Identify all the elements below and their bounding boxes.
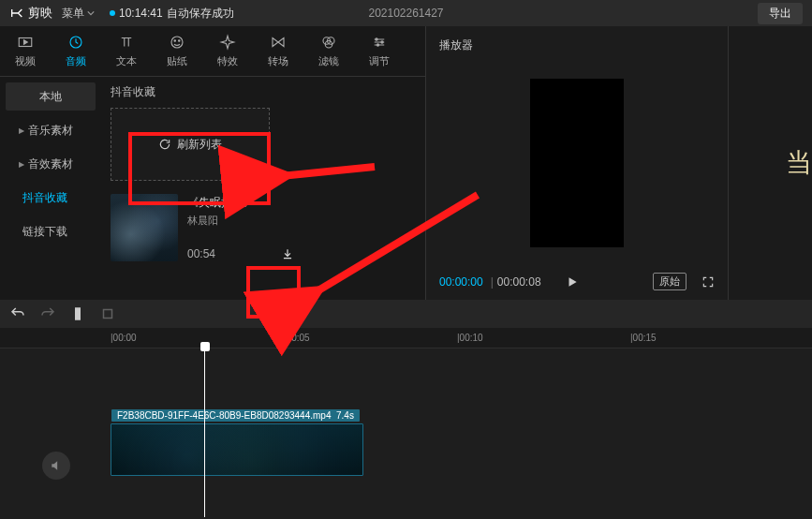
transition-icon bbox=[270, 34, 287, 51]
aspect-ratio-button[interactable]: 原始 bbox=[653, 273, 687, 290]
tab-filter[interactable]: 滤镜 bbox=[303, 34, 354, 68]
redo-icon bbox=[39, 305, 56, 322]
triangle-right-icon: ▶ bbox=[19, 126, 24, 135]
speaker-icon bbox=[50, 459, 63, 472]
category-tabs: 视频 音频 文本 贴纸 特效 bbox=[0, 26, 425, 77]
download-icon[interactable] bbox=[281, 247, 294, 260]
track-artist: 林晨阳 bbox=[187, 214, 294, 228]
triangle-right-icon: ▶ bbox=[19, 160, 24, 169]
media-panel: 视频 音频 文本 贴纸 特效 bbox=[0, 26, 426, 300]
top-bar: 剪映 菜单 10:14:41 自动保存成功 202102261427 导出 bbox=[0, 0, 812, 26]
export-button[interactable]: 导出 bbox=[758, 3, 803, 24]
track-header bbox=[19, 348, 94, 517]
audio-cover bbox=[111, 194, 178, 261]
refresh-list-button[interactable]: 刷新列表 bbox=[111, 108, 270, 181]
timeline-ruler[interactable]: |00:00 |00:05 |00:10 |00:15 bbox=[0, 328, 812, 348]
app-logo: 剪映 bbox=[9, 5, 52, 22]
play-icon[interactable] bbox=[566, 275, 579, 289]
svg-rect-15 bbox=[104, 310, 112, 319]
svg-point-4 bbox=[179, 40, 181, 42]
adjust-icon bbox=[371, 34, 388, 51]
menu-dropdown[interactable]: 菜单 bbox=[62, 6, 95, 22]
ruler-mark: |00:05 bbox=[284, 333, 310, 343]
mute-button[interactable] bbox=[42, 452, 70, 480]
svg-point-10 bbox=[376, 44, 378, 46]
status-dot-icon bbox=[110, 10, 115, 16]
sub-item-music[interactable]: ▶音乐素材 bbox=[6, 116, 96, 144]
refresh-icon bbox=[158, 138, 171, 151]
tab-audio[interactable]: 音频 bbox=[51, 34, 101, 68]
sub-item-link-download[interactable]: 链接下载 bbox=[6, 217, 96, 245]
autosave-status: 10:14:41 自动保存成功 bbox=[110, 6, 234, 22]
tab-sticker[interactable]: 贴纸 bbox=[152, 34, 202, 68]
svg-point-8 bbox=[376, 38, 377, 40]
player-panel: 播放器 00:00:00 | 00:00:08 原始 bbox=[426, 26, 728, 300]
undo-icon[interactable] bbox=[9, 305, 26, 322]
side-char: 当 bbox=[786, 145, 812, 181]
svg-point-9 bbox=[381, 41, 383, 43]
svg-rect-14 bbox=[79, 308, 81, 319]
effect-icon bbox=[219, 34, 236, 51]
timecode-total: 00:00:08 bbox=[497, 275, 541, 289]
player-viewport[interactable] bbox=[439, 59, 715, 267]
ruler-mark: |00:10 bbox=[457, 333, 483, 343]
split-icon[interactable] bbox=[69, 305, 86, 322]
logo-icon bbox=[9, 6, 24, 21]
timecode-current: 00:00:00 bbox=[439, 275, 483, 289]
clip-label: F2B38CBD-91FF-4E6C-80B9-EB8D08293444.mp4… bbox=[111, 409, 360, 422]
ruler-mark: |00:00 bbox=[111, 333, 137, 343]
timeline-panel: |00:00 |00:05 |00:10 |00:15 F2B38CBD-91F… bbox=[0, 300, 812, 519]
tab-text[interactable]: 文本 bbox=[101, 34, 152, 68]
content-area: 抖音收藏 刷新列表 《失眠播报》 林晨阳 00:54 bbox=[101, 77, 425, 300]
project-name: 202102261427 bbox=[368, 7, 443, 20]
sub-item-douyin-fav[interactable]: 抖音收藏 bbox=[6, 184, 96, 212]
ruler-mark: |00:15 bbox=[630, 333, 657, 343]
sticker-icon bbox=[169, 34, 185, 51]
tab-video[interactable]: 视频 bbox=[0, 34, 51, 68]
section-title: 抖音收藏 bbox=[111, 84, 414, 100]
app-name: 剪映 bbox=[28, 5, 52, 22]
right-side-panel: 当 bbox=[728, 26, 812, 300]
player-title: 播放器 bbox=[439, 37, 715, 53]
playhead[interactable] bbox=[204, 348, 205, 517]
sub-item-local[interactable]: 本地 bbox=[6, 82, 96, 111]
text-icon bbox=[118, 34, 135, 51]
sub-nav: 本地 ▶音乐素材 ▶音效素材 抖音收藏 链接下载 bbox=[0, 77, 101, 300]
sub-item-sfx[interactable]: ▶音效素材 bbox=[6, 150, 96, 178]
video-icon bbox=[17, 34, 34, 51]
track-duration: 00:54 bbox=[187, 247, 215, 260]
audio-icon bbox=[67, 34, 84, 51]
track-title: 《失眠播报》 bbox=[187, 195, 294, 211]
svg-rect-13 bbox=[76, 308, 78, 319]
audio-list-item[interactable]: 《失眠播报》 林晨阳 00:54 bbox=[111, 194, 391, 261]
tab-effect[interactable]: 特效 bbox=[202, 34, 253, 68]
player-controls: 00:00:00 | 00:00:08 原始 bbox=[439, 267, 715, 290]
timeline-tracks[interactable]: F2B38CBD-91FF-4E6C-80B9-EB8D08293444.mp4… bbox=[94, 348, 812, 517]
video-frame bbox=[530, 79, 624, 247]
timeline-toolbar bbox=[0, 300, 812, 328]
video-clip[interactable]: F2B38CBD-91FF-4E6C-80B9-EB8D08293444.mp4… bbox=[111, 423, 363, 476]
crop-icon bbox=[99, 305, 116, 322]
chevron-down-icon bbox=[87, 9, 95, 17]
svg-point-2 bbox=[171, 37, 183, 48]
tab-transition[interactable]: 转场 bbox=[253, 34, 303, 68]
filter-icon bbox=[320, 34, 337, 51]
svg-point-3 bbox=[174, 40, 176, 42]
fullscreen-icon[interactable] bbox=[701, 275, 715, 289]
tab-adjust[interactable]: 调节 bbox=[354, 34, 405, 68]
